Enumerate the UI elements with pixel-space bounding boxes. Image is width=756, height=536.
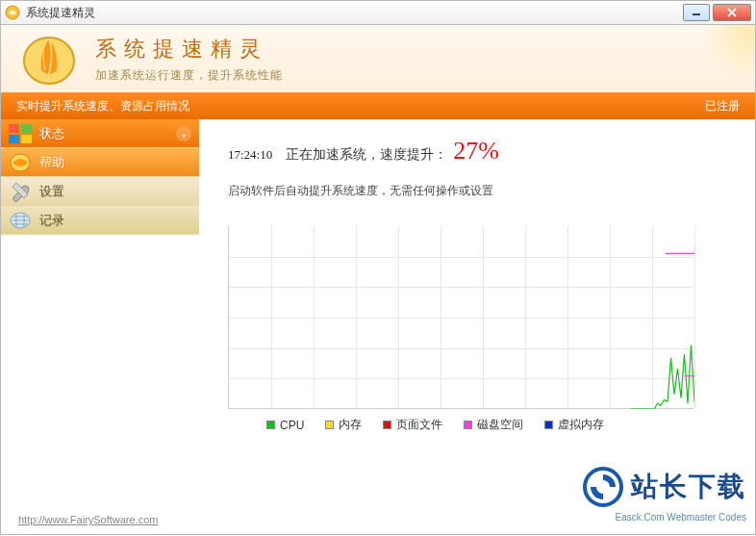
app-icon: [5, 5, 20, 20]
log-icon: [1, 206, 39, 235]
minimize-button[interactable]: [683, 4, 710, 21]
legend-swatch: [325, 421, 334, 429]
app-header: 系统提速精灵 加速系统运行速度，提升系统性能: [1, 25, 755, 92]
legend-swatch: [383, 421, 391, 429]
chart-legend: CPU内存页面文件磁盘空间虚拟内存: [228, 417, 732, 433]
svg-rect-8: [21, 135, 32, 143]
legend-label: 页面文件: [396, 417, 442, 433]
performance-chart: [228, 226, 693, 409]
legend-item: 内存: [325, 417, 362, 433]
wrench-icon: [1, 177, 39, 206]
watermark-text: 站长下载: [631, 469, 746, 505]
brand-title: 系统提速精灵: [95, 35, 283, 64]
logo-icon: [20, 32, 78, 86]
status-left: 实时提升系统速度、资源占用情况: [16, 98, 705, 115]
sidebar-item-help[interactable]: 帮助: [1, 148, 199, 177]
sidebar-item-label: 记录: [39, 212, 199, 229]
status-message: 正在加速系统，速度提升：: [286, 146, 447, 164]
legend-item: CPU: [266, 419, 304, 432]
legend-label: CPU: [280, 419, 304, 432]
sub-message: 启动软件后自动提升系统速度，无需任何操作或设置: [228, 183, 732, 199]
svg-rect-6: [21, 124, 32, 133]
legend-swatch: [464, 421, 472, 429]
sidebar-item-label: 帮助: [39, 154, 199, 171]
sidebar-item-status[interactable]: 状态 ⌄: [1, 119, 199, 148]
legend-label: 磁盘空间: [477, 417, 523, 433]
legend-swatch: [544, 421, 553, 429]
legend-item: 虚拟内存: [544, 417, 604, 433]
help-icon: [1, 148, 39, 177]
legend-label: 虚拟内存: [558, 417, 604, 433]
legend-label: 内存: [339, 417, 362, 433]
sidebar: 状态 ⌄ 帮助 设置 记录: [1, 119, 199, 506]
svg-rect-7: [9, 135, 19, 143]
brand-subtitle: 加速系统运行速度，提升系统性能: [95, 67, 283, 84]
windows-icon: [1, 119, 39, 148]
status-registered: 已注册: [705, 98, 740, 115]
watermark-icon: [583, 467, 623, 507]
timestamp: 17:24:10: [228, 147, 272, 163]
legend-swatch: [266, 421, 275, 429]
sidebar-item-label: 设置: [39, 183, 199, 200]
main-panel: 17:24:10 正在加速系统，速度提升： 27% 启动软件后自动提升系统速度，…: [199, 119, 755, 506]
svg-point-16: [585, 469, 621, 505]
boost-percent: 27%: [453, 137, 499, 166]
close-button[interactable]: [713, 4, 751, 21]
legend-item: 页面文件: [383, 417, 442, 433]
titlebar: 系统提速精灵: [0, 0, 756, 25]
sidebar-item-label: 状态: [39, 125, 176, 142]
watermark-sub: Easck.Com Webmaster Codes: [615, 512, 746, 523]
chevron-down-icon: ⌄: [176, 126, 191, 141]
sidebar-item-settings[interactable]: 设置: [1, 177, 199, 206]
window-title: 系统提速精灵: [26, 5, 683, 21]
svg-rect-5: [9, 124, 19, 133]
watermark: 站长下载 Easck.Com Webmaster Codes: [583, 467, 746, 507]
status-bar: 实时提升系统速度、资源占用情况 已注册: [1, 92, 755, 119]
legend-item: 磁盘空间: [464, 417, 523, 433]
sidebar-item-log[interactable]: 记录: [1, 206, 199, 235]
